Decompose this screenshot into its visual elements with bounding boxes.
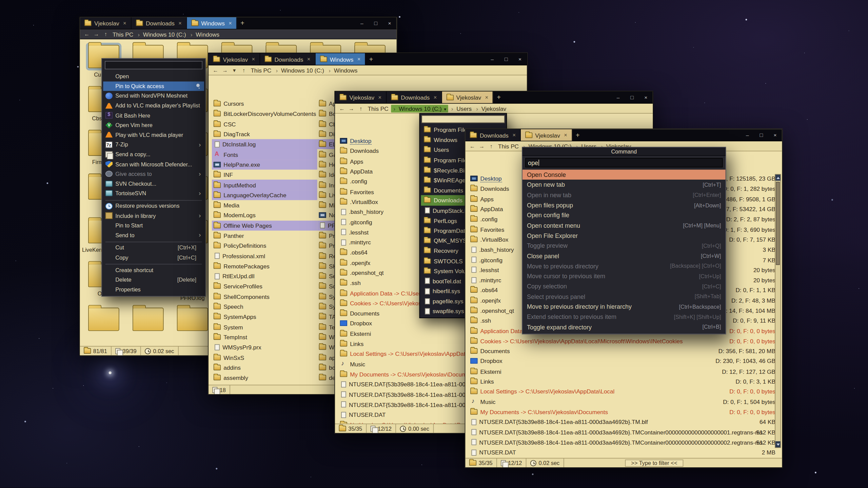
tab-close-icon[interactable]: × <box>434 94 437 100</box>
new-tab-button[interactable]: + <box>366 53 377 65</box>
scrollbar-thumb[interactable] <box>776 182 780 265</box>
new-tab-button[interactable]: + <box>237 17 248 29</box>
file-row[interactable]: System <box>212 322 317 332</box>
forward-icon[interactable]: → <box>221 67 229 73</box>
file-row[interactable]: Links D: 0, F: 3, 1 KB <box>469 377 775 387</box>
tab[interactable]: Windows × <box>187 17 237 29</box>
palette-command-item[interactable]: Extend selection to previous item [Shift… <box>522 312 726 322</box>
context-menu-item[interactable]: Open <box>103 72 204 81</box>
file-row[interactable]: Panther <box>212 230 317 241</box>
back-icon[interactable]: ← <box>211 67 220 73</box>
file-row[interactable]: Eksterni D: 12, F: 127, 12 GB <box>469 366 775 377</box>
file-row[interactable]: NTUSER.DAT 2 MB <box>469 447 775 458</box>
palette-command-item[interactable]: Open File Explorer <box>522 230 726 241</box>
tab-close-icon[interactable]: × <box>512 132 516 138</box>
dropdown-filter-input[interactable] <box>421 115 505 123</box>
maximize-button[interactable]: □ <box>499 53 513 65</box>
tab-close-icon[interactable]: × <box>229 20 232 26</box>
breadcrumb-segment[interactable]: This PC <box>249 67 273 74</box>
file-row[interactable]: ShellComponents <box>212 291 317 302</box>
back-icon[interactable]: ← <box>83 31 91 37</box>
palette-search-input[interactable]: ope <box>525 158 723 167</box>
breadcrumb-segment[interactable]: Windows 10 (C:) <box>136 31 188 38</box>
back-icon[interactable]: ← <box>468 143 477 149</box>
file-row[interactable]: CSC <box>212 119 317 129</box>
tab[interactable]: Vjekoslav × <box>209 53 260 65</box>
file-row[interactable]: ModemLogs <box>212 210 317 220</box>
breadcrumb-segment[interactable]: Windows <box>327 67 359 74</box>
breadcrumb-segment[interactable]: Users <box>450 105 473 112</box>
new-tab-button[interactable]: + <box>493 92 505 103</box>
breadcrumb-segment[interactable]: This PC <box>111 31 135 38</box>
close-button[interactable]: × <box>639 92 653 103</box>
file-row[interactable]: bootstat.dat <box>212 383 317 385</box>
context-menu-item[interactable]: Open Vim here <box>103 120 204 130</box>
palette-command-item[interactable]: Move to previous directory in hierarchy … <box>522 302 726 312</box>
tab[interactable]: Vjekoslav × <box>442 92 493 103</box>
palette-command-item[interactable]: Open config file <box>522 210 726 220</box>
file-row[interactable]: PolicyDefinitions <box>212 241 317 251</box>
tab-close-icon[interactable]: × <box>378 94 382 100</box>
context-menu-item[interactable]: Give access to <box>103 169 204 179</box>
context-menu-item[interactable]: Create shortcut <box>103 265 204 275</box>
file-row[interactable]: NetHood -> C:\Users\Vjekoslav\AppData\Ro… <box>469 458 775 458</box>
tab[interactable]: Downloads × <box>465 129 520 141</box>
grid-item[interactable] <box>126 304 170 346</box>
tab-close-icon[interactable]: × <box>178 20 182 26</box>
forward-icon[interactable]: → <box>477 143 486 149</box>
file-row[interactable]: assembly <box>212 372 317 383</box>
context-menu-item[interactable]: Cut [Ctrl+X] <box>103 243 204 253</box>
file-row[interactable]: DtcInstall.log <box>212 139 317 149</box>
back-icon[interactable]: ← <box>338 105 346 111</box>
tab[interactable]: Vjekoslav × <box>80 17 132 29</box>
tab-close-icon[interactable]: × <box>123 20 126 26</box>
context-menu-item[interactable] <box>103 240 204 243</box>
minimize-button[interactable]: – <box>355 17 369 29</box>
context-menu-item[interactable]: Scan with Microsoft Defender... <box>103 159 204 169</box>
up-icon[interactable]: ↑ <box>357 105 365 111</box>
file-row[interactable]: Music D: 0, F: 1, 504 bytes <box>469 396 775 407</box>
file-row[interactable]: Offline Web Pages <box>212 220 317 230</box>
file-row[interactable]: Cursors <box>212 99 317 109</box>
file-row[interactable]: My Documents -> C:\Users\Vjekoslav\Docum… <box>469 407 775 417</box>
minimize-button[interactable]: – <box>741 129 754 141</box>
close-button[interactable]: × <box>383 17 397 29</box>
palette-command-item[interactable]: Move to previous directory [Backspace] [… <box>522 261 726 271</box>
palette-command-item[interactable]: Open in new tab [Ctrl+Enter] <box>522 190 726 200</box>
palette-command-item[interactable]: Open new tab [Ctrl+T] <box>522 180 726 190</box>
tab-close-icon[interactable]: × <box>357 56 361 62</box>
context-menu-item[interactable]: Git Bash Here <box>103 110 204 120</box>
context-menu-item[interactable]: Copy [Ctrl+C] <box>103 252 204 262</box>
file-row[interactable]: InputMethod <box>212 180 317 190</box>
tab[interactable]: Windows × <box>315 53 366 65</box>
tab-close-icon[interactable]: × <box>485 94 489 100</box>
breadcrumb-segment[interactable]: Vjekoslav <box>474 105 508 112</box>
vertical-scrollbar[interactable] <box>775 174 781 448</box>
file-row[interactable]: Media <box>212 200 317 210</box>
tab[interactable]: Vjekoslav × <box>521 129 572 141</box>
palette-command-item[interactable]: Open files popup [Alt+Down] <box>522 200 726 210</box>
tab[interactable]: Downloads × <box>131 17 186 29</box>
context-menu-item[interactable]: Restore previous versions <box>103 201 204 211</box>
tab-close-icon[interactable]: × <box>252 56 255 62</box>
tab[interactable]: Downloads × <box>260 53 315 65</box>
file-row[interactable]: RtlExUpd.dll <box>212 271 317 281</box>
context-menu-item[interactable] <box>103 262 204 265</box>
forward-icon[interactable]: → <box>92 31 101 37</box>
file-row[interactable]: Professional.xml <box>212 251 317 261</box>
context-menu-item[interactable]: Play with VLC media player <box>103 130 204 140</box>
tab[interactable]: Downloads × <box>387 92 442 103</box>
palette-command-item[interactable]: Toggle expand directory [Ctrl+B] <box>522 322 726 332</box>
up-icon[interactable]: ↑ <box>487 143 495 149</box>
context-menu-item[interactable] <box>103 198 204 201</box>
palette-command-item[interactable]: Select previous panel [Shift+Tab] <box>522 291 726 302</box>
history-dropdown-icon[interactable]: ▾ <box>230 67 239 73</box>
new-tab-button[interactable]: + <box>572 129 583 141</box>
up-icon[interactable]: ↑ <box>240 67 248 73</box>
grid-item[interactable] <box>81 304 126 346</box>
forward-icon[interactable]: → <box>347 105 356 111</box>
scroll-down-icon[interactable] <box>775 441 781 447</box>
file-row[interactable]: SystemApps <box>212 312 317 322</box>
file-row[interactable]: Documents D: 356, F: 581, 20 MB <box>469 346 775 356</box>
file-row[interactable]: NTUSER.DAT{53b39e88-18c4-11ea-a811-000d3… <box>469 417 775 427</box>
